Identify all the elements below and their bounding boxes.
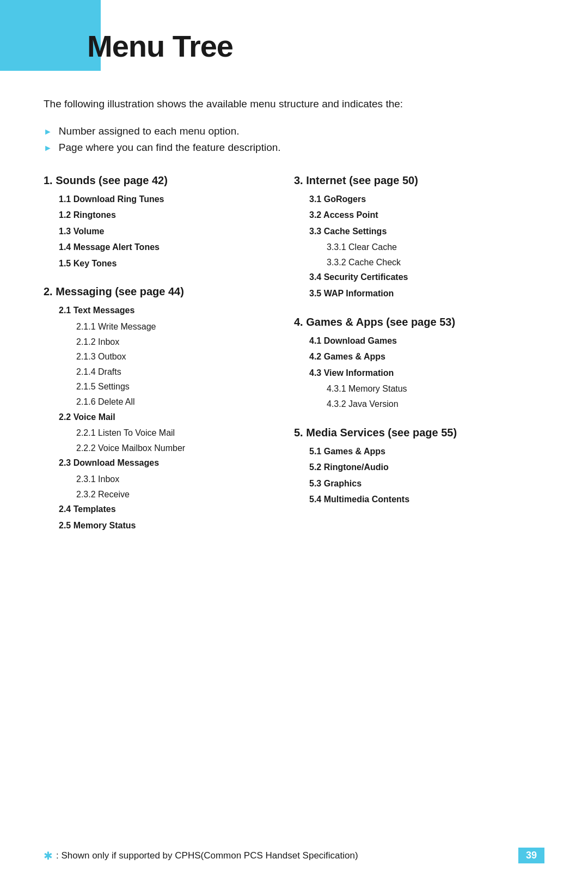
menu-item-0-1-13: 2.4 Templates [59,502,294,516]
menu-item-0-1-3: 2.1.3 Outbox [76,350,294,364]
section-title-1-1: 4. Games & Apps (see page 53) [294,316,544,328]
menu-item-0-1-12: 2.3.2 Receive [76,488,294,502]
menu-item-0-1-7: 2.2 Voice Mail [59,410,294,424]
menu-columns: 1. Sounds (see page 42)1.1 Download Ring… [44,174,544,535]
menu-item-1-1-3: 4.3.1 Memory Status [327,382,544,396]
menu-item-0-0-2: 1.3 Volume [59,224,294,239]
page-number: 39 [518,848,544,863]
bullet-item-1: ► Number assigned to each menu option. [44,125,544,137]
menu-item-1-0-3: 3.3.1 Clear Cache [327,240,544,254]
menu-item-0-1-6: 2.1.6 Delete All [76,395,294,409]
menu-item-1-0-4: 3.3.2 Cache Check [327,255,544,270]
menu-col-2: 3. Internet (see page 50)3.1 GoRogers3.2… [294,174,544,509]
menu-item-1-0-6: 3.5 WAP Information [309,287,544,301]
menu-item-1-0-0: 3.1 GoRogers [309,192,544,206]
menu-item-0-1-11: 2.3.1 Inbox [76,472,294,486]
page: Menu Tree The following illustration sho… [0,0,588,883]
menu-item-0-0-4: 1.5 Key Tones [59,257,294,271]
menu-item-0-0-3: 1.4 Message Alert Tones [59,240,294,254]
menu-item-1-0-5: 3.4 Security Certificates [309,270,544,284]
menu-item-0-1-8: 2.2.1 Listen To Voice Mail [76,426,294,440]
bullet-arrow-1: ► [44,127,52,137]
section-title-0-1: 2. Messaging (see page 44) [44,285,294,298]
menu-item-1-2-2: 5.3 Graphics [309,477,544,491]
menu-item-1-1-1: 4.2 Games & Apps [309,350,544,364]
menu-item-1-2-1: 5.2 Ringtone/Audio [309,460,544,474]
menu-item-0-1-9: 2.2.2 Voice Mailbox Number [76,441,294,455]
menu-item-0-0-1: 1.2 Ringtones [59,208,294,222]
menu-item-0-1-0: 2.1 Text Messages [59,303,294,318]
intro-text: The following illustration shows the ava… [44,96,468,112]
menu-item-1-1-4: 4.3.2 Java Version [327,397,544,411]
page-footer: ✱ : Shown only if supported by CPHS(Comm… [0,848,588,863]
section-title-0-0: 1. Sounds (see page 42) [44,174,294,187]
menu-item-1-2-3: 5.4 Multimedia Contents [309,492,544,507]
footer-note: ✱ : Shown only if supported by CPHS(Comm… [44,849,358,862]
section-title-1-2: 5. Media Services (see page 55) [294,427,544,439]
menu-item-0-1-14: 2.5 Memory Status [59,519,294,533]
menu-item-1-2-0: 5.1 Games & Apps [309,444,544,459]
menu-item-0-0-0: 1.1 Download Ring Tunes [59,192,294,206]
footer-asterisk: ✱ [44,849,53,862]
menu-item-1-0-1: 3.2 Access Point [309,208,544,222]
menu-item-0-1-5: 2.1.5 Settings [76,380,294,394]
section-title-1-0: 3. Internet (see page 50) [294,174,544,187]
menu-item-1-1-2: 4.3 View Information [309,366,544,380]
menu-item-0-1-2: 2.1.2 Inbox [76,335,294,349]
page-title: Menu Tree [44,0,544,64]
menu-item-1-1-0: 4.1 Download Games [309,334,544,348]
menu-item-0-1-10: 2.3 Download Messages [59,456,294,470]
menu-item-0-1-4: 2.1.4 Drafts [76,365,294,379]
bullet-arrow-2: ► [44,143,52,153]
bullet-list: ► Number assigned to each menu option. ►… [44,125,544,154]
menu-item-0-1-1: 2.1.1 Write Message [76,320,294,334]
menu-item-1-0-2: 3.3 Cache Settings [309,224,544,239]
bullet-item-2: ► Page where you can find the feature de… [44,142,544,154]
menu-col-1: 1. Sounds (see page 42)1.1 Download Ring… [44,174,294,535]
